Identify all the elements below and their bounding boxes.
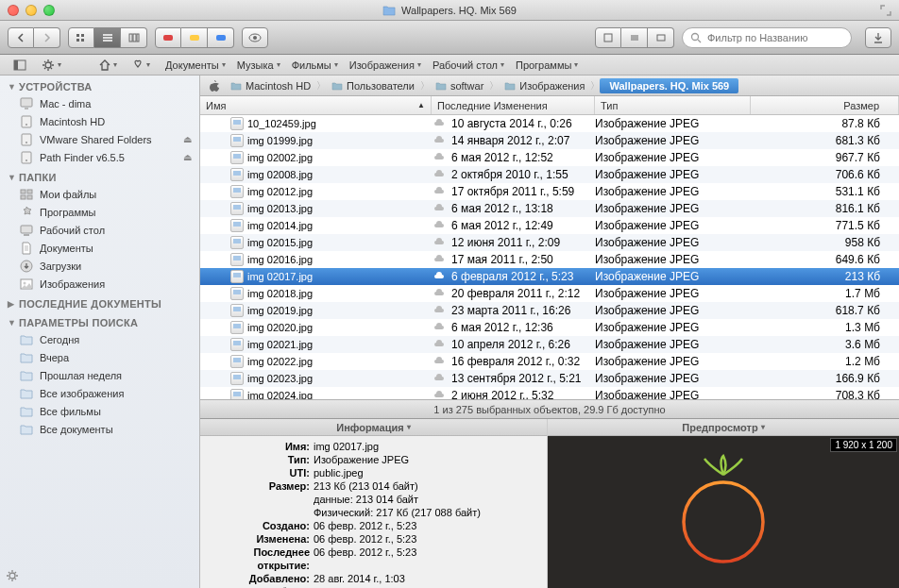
file-icon (230, 202, 244, 215)
breadcrumb: Macintosh HD〉Пользователи〉softwar〉Изобра… (200, 76, 899, 96)
search-input[interactable] (707, 32, 843, 43)
fullscreen-icon[interactable] (880, 5, 891, 16)
info-row: Создано:06 февр. 2012 г., 5:23 (208, 519, 539, 532)
sidebar-item[interactable]: Документы (0, 239, 199, 257)
sidebar-item[interactable]: Программы (0, 203, 199, 221)
sidebar-item[interactable]: Сегодня (0, 330, 199, 348)
table-row[interactable]: img 02024.jpg 2 июня 2012 г., 5:32 Изобр… (200, 387, 899, 399)
info-panel-header[interactable]: Информация▾ (200, 419, 547, 436)
sidebar-item[interactable]: Вчера (0, 348, 199, 366)
breadcrumb-item[interactable]: Macintosh HD (225, 80, 316, 92)
breadcrumb-item[interactable]: Пользователи (326, 80, 420, 92)
sidebar-item[interactable]: Все изображения (0, 384, 199, 402)
home-menu[interactable]: ▾ (93, 59, 123, 71)
menu-Музыка[interactable]: Музыка▾ (231, 59, 286, 71)
close-window-button[interactable] (8, 5, 19, 16)
sidebar-item[interactable]: Изображения (0, 275, 199, 293)
breadcrumb-item[interactable]: Wallpapers. HQ. Mix 569 (600, 78, 738, 93)
zoom-window-button[interactable] (43, 5, 55, 16)
view-list-button[interactable] (94, 27, 121, 48)
orange-logo-icon (671, 451, 775, 574)
table-row[interactable]: img 02013.jpg 6 мая 2012 г., 13:18 Изобр… (200, 200, 899, 217)
menu-Рабочий стол[interactable]: Рабочий стол▾ (427, 59, 510, 71)
sidebar-search-header[interactable]: ▼ПАРАМЕТРЫ ПОИСКА (0, 315, 199, 330)
table-row[interactable]: img 02014.jpg 6 мая 2012 г., 12:49 Изобр… (200, 217, 899, 234)
table-row[interactable]: img 02019.jpg 23 марта 2011 г., 16:26 Из… (200, 302, 899, 319)
forward-button[interactable] (34, 27, 60, 48)
folder-icon (382, 5, 396, 16)
table-row[interactable]: img 02023.jpg 13 сентября 2012 г., 5:21 … (200, 370, 899, 387)
column-name[interactable]: Имя▲ (200, 96, 432, 114)
file-icon (230, 372, 244, 385)
download-button[interactable] (865, 27, 891, 48)
column-size[interactable]: Размер (751, 96, 899, 114)
tag-blue-button[interactable] (208, 27, 234, 48)
menu-Фильмы[interactable]: Фильмы▾ (286, 59, 344, 71)
tag-yellow-button[interactable] (181, 27, 208, 48)
table-row[interactable]: img 02012.jpg 17 октября 2011 г., 5:59 И… (200, 183, 899, 200)
table-row[interactable]: img 02018.jpg 20 февраля 2011 г., 2:12 И… (200, 285, 899, 302)
svg-rect-10 (657, 35, 665, 41)
svg-point-22 (25, 160, 27, 161)
sidebar-item[interactable]: Все фильмы (0, 402, 199, 420)
file-icon (230, 338, 244, 351)
column-date[interactable]: Последние Изменения (432, 96, 595, 114)
table-row[interactable]: img 02016.jpg 17 мая 2011 г., 2:50 Изобр… (200, 251, 899, 268)
sidebar-item[interactable]: Мои файлы (0, 185, 199, 203)
menu-Программы[interactable]: Программы▾ (510, 59, 584, 71)
sidebar-item[interactable]: Все документы (0, 420, 199, 438)
sidebar-item[interactable]: VMware Shared Folders⏏ (0, 130, 199, 148)
sidebar-item[interactable]: Mac - dima (0, 94, 199, 112)
svg-rect-26 (27, 195, 32, 199)
table-row[interactable]: img 02015.jpg 12 июня 2011 г., 2:09 Изоб… (200, 234, 899, 251)
minimize-window-button[interactable] (25, 5, 37, 16)
sidebar-toggle-button[interactable] (8, 59, 32, 71)
file-list[interactable]: 10_102459.jpg 10 августа 2014 г., 0:26 И… (200, 115, 899, 399)
sidebar-item[interactable]: Прошлая неделя (0, 366, 199, 384)
menu-Документы[interactable]: Документы▾ (160, 59, 231, 71)
gear-menu[interactable]: ▾ (36, 59, 67, 72)
column-kind[interactable]: Тип (595, 96, 751, 114)
tool-button-2[interactable] (621, 27, 648, 48)
sidebar-devices-header[interactable]: ▼УСТРОЙСТВА (0, 79, 199, 94)
search-field[interactable] (682, 27, 852, 48)
info-row: Физический: 217 Кб (217 088 байт) (208, 506, 539, 519)
sidebar-item[interactable]: Рабочий стол (0, 221, 199, 239)
preview-panel-header[interactable]: Предпросмотр▾ (548, 419, 899, 436)
breadcrumb-item[interactable]: softwar (430, 80, 489, 92)
table-row[interactable]: img 01999.jpg 14 января 2012 г., 2:07 Из… (200, 132, 899, 149)
table-row[interactable]: 10_102459.jpg 10 августа 2014 г., 0:26 И… (200, 115, 899, 132)
preview-content: 1 920 x 1 200 (548, 436, 899, 588)
favorite-menu[interactable]: ▾ (127, 59, 156, 71)
info-row: Размер:213 Кб (213 014 байт) (208, 479, 539, 493)
sidebar-item[interactable]: Path Finder v6.5.5⏏ (0, 148, 199, 166)
table-row[interactable]: img 02008.jpg 2 октября 2010 г., 1:55 Из… (200, 166, 899, 183)
sidebar-recent-header[interactable]: ▶ПОСЛЕДНИЕ ДОКУМЕНТЫ (0, 296, 199, 311)
tool-button-3[interactable] (648, 27, 674, 48)
svg-rect-9 (604, 34, 612, 42)
view-column-button[interactable] (121, 27, 147, 48)
breadcrumb-item[interactable]: Изображения (499, 80, 590, 92)
sidebar-folders-header[interactable]: ▼ПАПКИ (0, 170, 199, 185)
sidebar-item[interactable]: Macintosh HD (0, 112, 199, 130)
view-icon-button[interactable] (68, 27, 94, 48)
back-button[interactable] (8, 27, 34, 48)
svg-rect-19 (22, 134, 31, 145)
svg-rect-17 (22, 116, 31, 127)
quicklook-button[interactable] (242, 27, 268, 48)
svg-point-31 (684, 482, 763, 562)
content-area: Macintosh HD〉Пользователи〉softwar〉Изобра… (200, 76, 899, 588)
table-row[interactable]: img 02017.jpg 6 февраля 2012 г., 5:23 Из… (200, 268, 899, 285)
svg-rect-2 (76, 39, 79, 42)
menu-Изображения[interactable]: Изображения▾ (344, 59, 427, 71)
table-row[interactable]: img 02002.jpg 6 мая 2012 г., 12:52 Изобр… (200, 149, 899, 166)
dimensions-badge: 1 920 x 1 200 (830, 438, 897, 452)
table-row[interactable]: img 02021.jpg 10 апреля 2012 г., 6:26 Из… (200, 336, 899, 353)
info-panel: Информация▾ Имя:img 02017.jpgТип:Изображ… (200, 419, 548, 588)
table-row[interactable]: img 02020.jpg 6 мая 2012 г., 12:36 Изобр… (200, 319, 899, 336)
sidebar-item[interactable]: Загрузки (0, 257, 199, 275)
tool-button-1[interactable] (595, 27, 621, 48)
sidebar-settings-icon[interactable] (6, 569, 19, 582)
table-row[interactable]: img 02022.jpg 16 февраля 2012 г., 0:32 И… (200, 353, 899, 370)
tag-red-button[interactable] (155, 27, 181, 48)
